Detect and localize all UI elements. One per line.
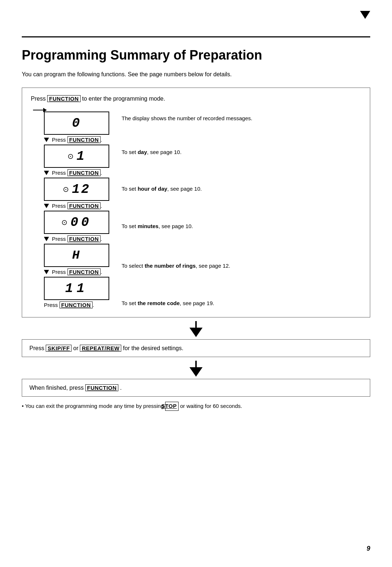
- desc-item-2: To set hour of day, see page 10.: [122, 185, 361, 193]
- final-suffix: .: [120, 385, 122, 391]
- press-function-row-5: Press FUNCTION.: [44, 268, 102, 275]
- press-function-row-3: Press FUNCTION.: [44, 202, 102, 209]
- page-title: Programming Summary of Preparation: [22, 48, 370, 63]
- bullet-note: • You can exit the programming mode any …: [22, 402, 370, 411]
- desc-item-1: To set day, see page 10.: [122, 148, 361, 156]
- function-key-3: FUNCTION: [68, 202, 101, 209]
- desc-item-5: To set the remote code, see page 19.: [122, 299, 361, 307]
- press-label-5: Press FUNCTION.: [52, 268, 102, 275]
- big-arrow-shape-2: [189, 361, 203, 377]
- function-key-5: FUNCTION: [68, 268, 101, 275]
- function-key-enter: FUNCTION: [47, 95, 81, 102]
- clock-icon-1: ⊙: [68, 152, 74, 161]
- secondary-prefix: Press: [29, 345, 46, 351]
- display-value-1: 1: [77, 149, 86, 164]
- display-box-1: ⊙ 1: [44, 145, 109, 168]
- big-arrow-shape-1: [189, 321, 203, 337]
- secondary-middle: or: [73, 345, 80, 351]
- skip-ff-key: SKIP/FF: [46, 345, 72, 352]
- desc-item-0: The display shows the number of recorded…: [122, 114, 361, 122]
- display-value-4: H: [72, 248, 81, 262]
- display-box-2: ⊙ 12: [44, 178, 109, 201]
- display-value-2: 12: [72, 182, 90, 197]
- press-function-row-2: Press FUNCTION.: [44, 169, 102, 176]
- press-function-row-1: Press FUNCTION.: [44, 136, 102, 143]
- flow-left-column: 0 Press FUNCTION. ⊙ 1 Press FUNCTION. ⊙ …: [31, 108, 111, 310]
- secondary-suffix: for the desired settings.: [123, 345, 183, 351]
- arrow-head-2: [189, 367, 203, 377]
- press-label-4: Press FUNCTION.: [52, 235, 102, 242]
- stop-key: STOP: [165, 402, 179, 411]
- press-label-2: Press FUNCTION.: [52, 169, 102, 176]
- function-key-final: FUNCTION: [85, 384, 119, 391]
- clock-icon-2: ⊙: [63, 185, 69, 194]
- secondary-instruction-box: Press SKIP/FF or REPEAT/REW for the desi…: [22, 339, 370, 357]
- bookmark-arrow: [360, 11, 370, 19]
- display-value-5: 11: [65, 281, 88, 296]
- display-box-3: ⊙ 00: [44, 211, 109, 234]
- repeat-rew-key: REPEAT/REW: [80, 345, 121, 352]
- function-key-1: FUNCTION: [68, 136, 101, 143]
- arrow-shaft-2: [195, 361, 197, 367]
- page-number: 9: [367, 545, 370, 552]
- flow-right-column: The display shows the number of recorded…: [122, 108, 361, 307]
- enter-mode-text: Press FUNCTION to enter the programming …: [31, 95, 361, 102]
- arrow-head-1: [189, 328, 203, 337]
- function-key-4: FUNCTION: [68, 235, 101, 242]
- top-rule: [22, 36, 370, 37]
- press-function-row-6: Press FUNCTION.: [44, 301, 94, 308]
- intro-text: You can program the following functions.…: [22, 70, 370, 79]
- desc-item-4: To select the number of rings, see page …: [122, 262, 361, 270]
- press-label-6: Press FUNCTION.: [44, 301, 94, 308]
- press-function-row-4: Press FUNCTION.: [44, 235, 102, 242]
- down-arrow-3: [44, 204, 49, 208]
- down-arrow-2: [44, 171, 49, 175]
- enter-prefix: Press: [31, 96, 46, 102]
- down-arrow-4: [44, 237, 49, 241]
- big-arrow-1: [22, 317, 370, 339]
- final-instruction-box: When finished, press FUNCTION .: [22, 379, 370, 397]
- press-label-3: Press FUNCTION.: [52, 202, 102, 209]
- function-key-2: FUNCTION: [68, 169, 101, 176]
- display-box-4: H: [44, 244, 109, 267]
- desc-item-3: To set minutes, see page 10.: [122, 222, 361, 230]
- flow-area: 0 Press FUNCTION. ⊙ 1 Press FUNCTION. ⊙ …: [31, 108, 361, 310]
- down-arrow-5: [44, 270, 49, 274]
- main-instruction-box: Press FUNCTION to enter the programming …: [22, 88, 370, 317]
- display-box-5: 11: [44, 277, 109, 300]
- display-box-0: 0: [44, 112, 109, 135]
- function-key-6: FUNCTION: [60, 301, 93, 308]
- arrow-shaft-1: [195, 321, 197, 328]
- big-arrow-2: [22, 357, 370, 379]
- clock-icon-3: ⊙: [61, 218, 68, 227]
- enter-suffix: to enter the programming mode.: [82, 96, 165, 102]
- final-prefix: When finished, press: [29, 385, 85, 391]
- display-value-3: 00: [70, 215, 92, 230]
- down-arrow-1: [44, 138, 49, 142]
- display-value-0: 0: [72, 116, 81, 131]
- press-label-1: Press FUNCTION.: [52, 136, 102, 143]
